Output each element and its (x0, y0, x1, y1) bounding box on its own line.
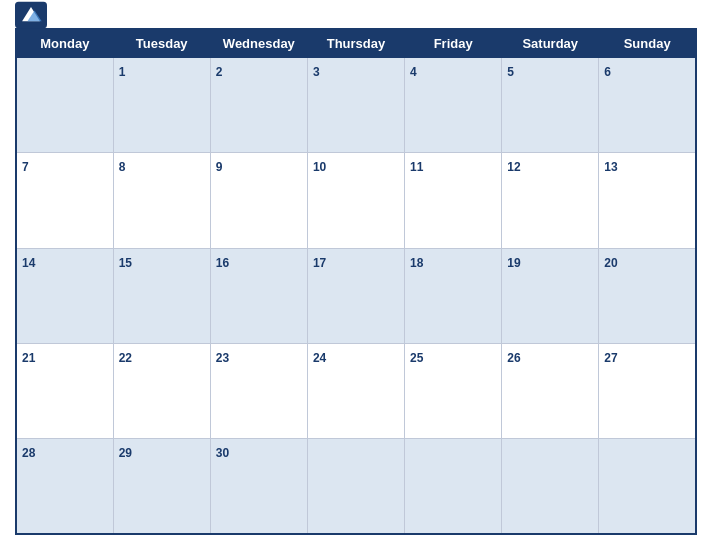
day-number: 9 (216, 160, 223, 174)
calendar-day-9: 9 (210, 153, 307, 248)
logo (15, 1, 50, 29)
day-number: 14 (22, 256, 35, 270)
calendar-day-16: 16 (210, 248, 307, 343)
day-number: 29 (119, 446, 132, 460)
day-number: 26 (507, 351, 520, 365)
calendar-container: MondayTuesdayWednesdayThursdayFridaySatu… (0, 0, 712, 550)
day-number: 27 (604, 351, 617, 365)
calendar-day-7: 7 (16, 153, 113, 248)
weekday-tuesday: Tuesday (113, 29, 210, 58)
weekday-header-row: MondayTuesdayWednesdayThursdayFridaySatu… (16, 29, 696, 58)
day-number: 8 (119, 160, 126, 174)
calendar-day-8: 8 (113, 153, 210, 248)
calendar-day-15: 15 (113, 248, 210, 343)
calendar-day-24: 24 (307, 343, 404, 438)
calendar-day-30: 30 (210, 439, 307, 534)
day-number: 5 (507, 65, 514, 79)
day-number: 3 (313, 65, 320, 79)
calendar-day-13: 13 (599, 153, 696, 248)
calendar-empty-cell (307, 439, 404, 534)
calendar-day-25: 25 (405, 343, 502, 438)
day-number: 7 (22, 160, 29, 174)
calendar-day-2: 2 (210, 58, 307, 153)
day-number: 4 (410, 65, 417, 79)
calendar-day-22: 22 (113, 343, 210, 438)
day-number: 28 (22, 446, 35, 460)
day-number: 22 (119, 351, 132, 365)
calendar-empty-cell (405, 439, 502, 534)
calendar-week-row: 282930 (16, 439, 696, 534)
calendar-day-17: 17 (307, 248, 404, 343)
calendar-week-row: 78910111213 (16, 153, 696, 248)
day-number: 23 (216, 351, 229, 365)
day-number: 25 (410, 351, 423, 365)
calendar-day-23: 23 (210, 343, 307, 438)
day-number: 6 (604, 65, 611, 79)
calendar-week-row: 14151617181920 (16, 248, 696, 343)
calendar-day-11: 11 (405, 153, 502, 248)
calendar-day-5: 5 (502, 58, 599, 153)
calendar-day-18: 18 (405, 248, 502, 343)
day-number: 17 (313, 256, 326, 270)
day-number: 1 (119, 65, 126, 79)
calendar-day-3: 3 (307, 58, 404, 153)
day-number: 2 (216, 65, 223, 79)
calendar-day-20: 20 (599, 248, 696, 343)
day-number: 10 (313, 160, 326, 174)
day-number: 13 (604, 160, 617, 174)
calendar-day-28: 28 (16, 439, 113, 534)
calendar-day-6: 6 (599, 58, 696, 153)
day-number: 19 (507, 256, 520, 270)
day-number: 16 (216, 256, 229, 270)
calendar-empty-cell (502, 439, 599, 534)
calendar-day-27: 27 (599, 343, 696, 438)
day-number: 21 (22, 351, 35, 365)
day-number: 30 (216, 446, 229, 460)
calendar-week-row: 21222324252627 (16, 343, 696, 438)
calendar-header (15, 10, 697, 20)
day-number: 15 (119, 256, 132, 270)
calendar-table: MondayTuesdayWednesdayThursdayFridaySatu… (15, 28, 697, 535)
weekday-friday: Friday (405, 29, 502, 58)
calendar-day-1: 1 (113, 58, 210, 153)
day-number: 20 (604, 256, 617, 270)
weekday-monday: Monday (16, 29, 113, 58)
day-number: 11 (410, 160, 423, 174)
day-number: 24 (313, 351, 326, 365)
calendar-day-29: 29 (113, 439, 210, 534)
weekday-wednesday: Wednesday (210, 29, 307, 58)
day-number: 12 (507, 160, 520, 174)
logo-icon (15, 1, 47, 29)
calendar-day-10: 10 (307, 153, 404, 248)
weekday-thursday: Thursday (307, 29, 404, 58)
calendar-day-26: 26 (502, 343, 599, 438)
calendar-day-4: 4 (405, 58, 502, 153)
calendar-day-14: 14 (16, 248, 113, 343)
weekday-sunday: Sunday (599, 29, 696, 58)
weekday-saturday: Saturday (502, 29, 599, 58)
day-number: 18 (410, 256, 423, 270)
calendar-day-21: 21 (16, 343, 113, 438)
calendar-week-row: 123456 (16, 58, 696, 153)
calendar-day-19: 19 (502, 248, 599, 343)
calendar-empty-cell (599, 439, 696, 534)
calendar-empty-cell (16, 58, 113, 153)
calendar-day-12: 12 (502, 153, 599, 248)
